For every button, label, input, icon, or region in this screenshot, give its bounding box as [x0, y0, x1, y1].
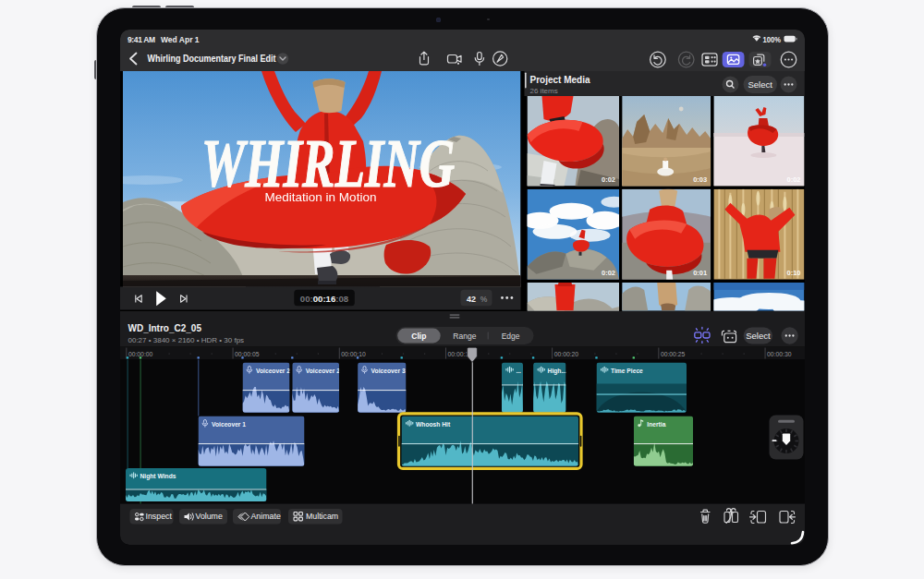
svg-text:00:00:20: 00:00:20 [554, 351, 579, 357]
svg-text:Voiceover 1: Voiceover 1 [212, 421, 246, 428]
svg-text:...: ... [516, 368, 521, 374]
svg-text:0:10: 0:10 [786, 269, 800, 277]
svg-text:Inertia: Inertia [647, 421, 665, 428]
svg-text:0:01: 0:01 [693, 269, 707, 277]
svg-text:%: % [480, 295, 488, 304]
svg-text:00:00:30: 00:00:30 [767, 351, 792, 357]
svg-text:0:02: 0:02 [602, 175, 615, 184]
svg-text:00:00:10: 00:00:10 [341, 351, 366, 357]
svg-text:9:41 AM: 9:41 AM [128, 35, 155, 44]
svg-text:WD_Intro_C2_05: WD_Intro_C2_05 [128, 323, 202, 333]
svg-text:0:03: 0:03 [693, 175, 707, 184]
svg-text:26 items: 26 items [530, 87, 558, 95]
svg-text:Whirling Documentary Final Edi: Whirling Documentary Final Edit [148, 53, 276, 64]
svg-text:0:02: 0:02 [786, 175, 800, 184]
svg-text:Time Piece: Time Piece [611, 368, 643, 374]
svg-text:0:02: 0:02 [602, 269, 615, 277]
svg-text:Select: Select [746, 331, 771, 341]
svg-text:Voiceover 2: Voiceover 2 [256, 368, 290, 374]
svg-text:Volume: Volume [196, 512, 223, 521]
svg-text:High...: High... [548, 368, 567, 375]
svg-text:00:00:16:08: 00:00:16:08 [300, 294, 349, 304]
svg-text:Multicam: Multicam [306, 512, 338, 521]
svg-text:Select: Select [748, 79, 772, 90]
svg-text:Whoosh Hit: Whoosh Hit [416, 421, 451, 428]
svg-text:Clip: Clip [411, 332, 426, 341]
svg-text:00:27 • 3840 × 2160 • HDR • 30: 00:27 • 3840 × 2160 • HDR • 30 fps [128, 336, 245, 344]
svg-text:Edge: Edge [502, 332, 520, 341]
svg-text:Wed Apr 1: Wed Apr 1 [161, 35, 200, 44]
svg-text:Range: Range [453, 332, 476, 341]
svg-text:00:00:25: 00:00:25 [661, 351, 686, 357]
svg-text:00:00:05: 00:00:05 [235, 351, 260, 357]
svg-text:100%: 100% [763, 35, 782, 44]
svg-text:Inspect: Inspect [146, 512, 173, 521]
svg-text:Project Media: Project Media [530, 75, 590, 85]
svg-text:Voiceover 2: Voiceover 2 [306, 368, 340, 374]
svg-text:00:00:00: 00:00:00 [128, 351, 153, 357]
svg-text:Voiceover 3: Voiceover 3 [371, 368, 406, 374]
svg-text:Meditation in Motion: Meditation in Motion [265, 190, 377, 204]
svg-text:Animate: Animate [251, 512, 281, 521]
svg-text:Night Winds: Night Winds [140, 473, 176, 480]
svg-text:42: 42 [467, 295, 476, 304]
